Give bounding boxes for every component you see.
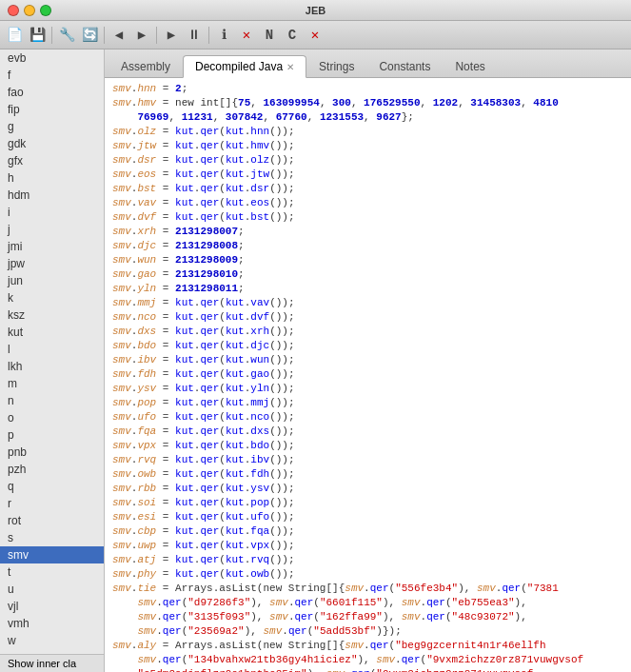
- toolbar: 📄 💾 🔧 🔄 ◀ ▶ ▶ ⏸ ℹ ✕ N C ✕: [0, 21, 631, 49]
- sidebar-item-q[interactable]: q: [0, 478, 104, 495]
- close-button[interactable]: [8, 5, 19, 16]
- tab-constants-label: Constants: [379, 60, 430, 73]
- sidebar-item-pzh[interactable]: pzh: [0, 461, 104, 478]
- toolbar-separator-4: [208, 27, 209, 44]
- code-content: smv.hnn = 2; smv.hmv = new int[]{75, 163…: [112, 82, 623, 672]
- info-icon[interactable]: ℹ: [213, 25, 234, 46]
- tab-notes[interactable]: Notes: [443, 54, 497, 77]
- sidebar-item-n[interactable]: n: [0, 392, 104, 409]
- toolbar-separator-1: [51, 27, 52, 44]
- tab-decompiled-java-label: Decompiled Java: [195, 60, 283, 73]
- forward-icon[interactable]: ▶: [131, 25, 152, 46]
- sidebar-item-kut[interactable]: kut: [0, 324, 104, 341]
- tab-bar: Assembly Decompiled Java ✕ Strings Const…: [105, 49, 631, 78]
- sidebar-item-gfx[interactable]: gfx: [0, 152, 104, 169]
- sidebar-item-l[interactable]: l: [0, 341, 104, 358]
- main-layout: evb f fao fip g gdk gfx h hdm i j jmi jp…: [0, 49, 631, 672]
- sidebar: evb f fao fip g gdk gfx h hdm i j jmi jp…: [0, 49, 105, 672]
- toolbar-separator-3: [156, 27, 157, 44]
- play-icon[interactable]: ▶: [161, 25, 182, 46]
- tab-close-icon[interactable]: ✕: [286, 62, 294, 72]
- tools-icon[interactable]: 🔧: [56, 25, 77, 46]
- sidebar-item-vmh[interactable]: vmh: [0, 615, 104, 632]
- window-title: JEB: [306, 5, 325, 16]
- content-area: Assembly Decompiled Java ✕ Strings Const…: [105, 49, 631, 672]
- title-bar: JEB: [0, 0, 631, 21]
- code-editor[interactable]: smv.hnn = 2; smv.hmv = new int[]{75, 163…: [105, 78, 631, 672]
- sidebar-item-lkh[interactable]: lkh: [0, 358, 104, 375]
- x-mark-icon[interactable]: ✕: [236, 25, 257, 46]
- toolbar-separator-2: [104, 27, 105, 44]
- sidebar-item-m[interactable]: m: [0, 375, 104, 392]
- sidebar-item-jun[interactable]: jun: [0, 272, 104, 289]
- sidebar-item-o[interactable]: o: [0, 409, 104, 426]
- tab-notes-label: Notes: [455, 60, 484, 73]
- x2-key-icon[interactable]: ✕: [305, 25, 325, 46]
- back-icon[interactable]: ◀: [108, 25, 129, 46]
- refresh-icon[interactable]: 🔄: [79, 25, 100, 46]
- tab-decompiled-java[interactable]: Decompiled Java ✕: [183, 55, 306, 78]
- sidebar-item-fao[interactable]: fao: [0, 84, 104, 101]
- tab-strings[interactable]: Strings: [306, 54, 366, 77]
- sidebar-item-jmi[interactable]: jmi: [0, 238, 104, 255]
- sidebar-item-s[interactable]: s: [0, 529, 104, 546]
- window-controls[interactable]: [8, 5, 51, 16]
- sidebar-item-jpw[interactable]: jpw: [0, 255, 104, 272]
- sidebar-item-t[interactable]: t: [0, 563, 104, 581]
- sidebar-item-p[interactable]: p: [0, 426, 104, 444]
- sidebar-item-k[interactable]: k: [0, 289, 104, 306]
- sidebar-item-rot[interactable]: rot: [0, 512, 104, 529]
- tab-constants[interactable]: Constants: [366, 54, 443, 77]
- tab-strings-label: Strings: [319, 60, 354, 73]
- c-key-icon[interactable]: C: [282, 25, 303, 46]
- sidebar-item-smv[interactable]: smv: [0, 546, 104, 563]
- sidebar-item-hdm[interactable]: hdm: [0, 187, 104, 204]
- sidebar-item-j[interactable]: j: [0, 221, 104, 238]
- sidebar-item-pnb[interactable]: pnb: [0, 444, 104, 461]
- pause-icon[interactable]: ⏸: [184, 25, 205, 46]
- sidebar-item-g[interactable]: g: [0, 118, 104, 135]
- save-icon[interactable]: 💾: [27, 25, 48, 46]
- file-icon[interactable]: 📄: [4, 25, 25, 46]
- sidebar-item-fip[interactable]: fip: [0, 101, 104, 118]
- tab-assembly-label: Assembly: [121, 60, 170, 73]
- maximize-button[interactable]: [40, 5, 51, 16]
- sidebar-item-i[interactable]: i: [0, 204, 104, 221]
- show-inner-classes-button[interactable]: Show inner cla: [0, 654, 104, 672]
- sidebar-item-ksz[interactable]: ksz: [0, 306, 104, 324]
- minimize-button[interactable]: [24, 5, 35, 16]
- sidebar-item-evb[interactable]: evb: [0, 49, 104, 67]
- n-key-icon[interactable]: N: [259, 25, 280, 46]
- sidebar-item-gdk[interactable]: gdk: [0, 135, 104, 152]
- sidebar-item-r[interactable]: r: [0, 495, 104, 512]
- sidebar-item-h[interactable]: h: [0, 169, 104, 187]
- sidebar-item-f[interactable]: f: [0, 67, 104, 84]
- tab-assembly[interactable]: Assembly: [108, 54, 183, 77]
- sidebar-item-vjl[interactable]: vjl: [0, 598, 104, 615]
- sidebar-item-u[interactable]: u: [0, 581, 104, 598]
- sidebar-item-w[interactable]: w: [0, 632, 104, 649]
